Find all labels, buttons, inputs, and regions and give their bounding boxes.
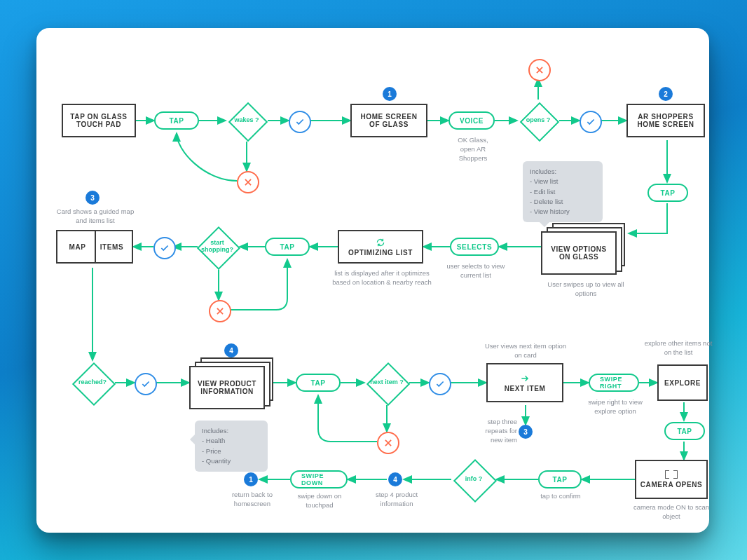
node-map-items: MAP ITEMS xyxy=(56,230,133,264)
diagram-card: TAP ON GLASS TOUCH PAD TAP wakes ? 1 HOM… xyxy=(36,28,709,533)
refresh-icon xyxy=(376,238,385,249)
decision-next: next item ? xyxy=(364,360,409,405)
caption-selects: user selects to view current list xyxy=(446,262,506,280)
badge-1-bottom: 1 xyxy=(244,472,258,486)
badge-4-top: 4 xyxy=(224,343,238,357)
action-tap-2: TAP xyxy=(265,238,310,256)
check-icon xyxy=(160,243,170,253)
action-tap-3: TAP xyxy=(296,374,341,392)
caption-optimizing: list is displayed after it optimizes bas… xyxy=(331,269,433,287)
caption-map: Card shows a guided map and items list xyxy=(53,207,137,226)
action-voice: VOICE xyxy=(448,111,495,130)
check-icon xyxy=(141,379,151,389)
decision-info: info ? xyxy=(451,457,496,502)
caption-tap-confirm: tap to confirm xyxy=(533,492,589,501)
action-swipe-down: SWIPE DOWN xyxy=(290,470,348,489)
x-icon xyxy=(243,177,253,187)
caption-swipe-right: swipe right to view explore option xyxy=(583,398,647,416)
badge-3-repeat: 3 xyxy=(519,425,533,439)
check-icon xyxy=(435,379,445,389)
x-icon xyxy=(383,438,393,448)
result-no-start xyxy=(209,300,231,322)
viewfinder-icon xyxy=(665,470,678,479)
tooltip-includes-options: Includes: - View list - Edit list - Dele… xyxy=(523,161,603,222)
action-tap-camera: TAP xyxy=(538,470,582,489)
badge-2: 2 xyxy=(659,87,673,101)
result-yes-start xyxy=(153,237,176,259)
node-explore: EXPLORE xyxy=(657,364,708,401)
tooltip-includes-product: Includes: - Health - Price - Quantity xyxy=(195,421,268,472)
node-optimizing: OPTIMIZING LIST xyxy=(338,230,423,264)
x-icon xyxy=(535,65,544,75)
action-swipe-right: SWIPE RIGHT xyxy=(589,374,639,392)
decision-start: start shopping? xyxy=(195,224,240,269)
caption-return: return back to homescreen xyxy=(224,491,280,509)
badge-4-bottom: 4 xyxy=(388,472,402,486)
decision-reached: reached? xyxy=(70,360,115,405)
caption-explore-top: explore other items not on the list xyxy=(643,339,713,357)
check-icon xyxy=(586,117,596,127)
caption-next-top: User views next item option on card xyxy=(482,342,569,360)
result-yes-wakes xyxy=(289,111,311,133)
caption-step4: step 4 product information xyxy=(369,491,425,509)
decision-wakes: wakes ? xyxy=(227,101,266,140)
result-no-opens xyxy=(528,59,551,81)
action-tap-1: TAP xyxy=(154,111,199,130)
node-view-product: VIEW PRODUCT INFORMATION xyxy=(189,357,276,411)
x-icon xyxy=(215,306,225,316)
caption-step3: step three repeats for new item xyxy=(481,418,517,444)
action-tap-explore: TAP xyxy=(664,422,705,440)
check-icon xyxy=(295,117,305,127)
result-yes-reached xyxy=(135,373,157,395)
action-selects: SELECTS xyxy=(450,238,499,256)
caption-camera: camera mode ON to scan object xyxy=(631,503,712,521)
result-yes-opens xyxy=(580,111,602,133)
result-no-wakes xyxy=(237,171,259,193)
node-tap-touchpad: TAP ON GLASS TOUCH PAD xyxy=(62,104,136,137)
flow-stage: TAP ON GLASS TOUCH PAD TAP wakes ? 1 HOM… xyxy=(36,28,709,533)
node-view-options: VIEW OPTIONS ON GLASS xyxy=(541,223,628,273)
label-map: MAP xyxy=(60,243,95,251)
caption-swipe-down: swipe down on touchpad xyxy=(289,492,350,510)
node-camera: CAMERA OPENS xyxy=(635,460,708,499)
label-items: ITEMS xyxy=(95,243,129,251)
result-no-next xyxy=(377,432,399,454)
node-next-item: NEXT ITEM xyxy=(486,363,563,402)
node-ar-home: AR SHOPPERS HOME SCREEN xyxy=(626,104,705,137)
action-tap-ar: TAP xyxy=(647,184,688,202)
badge-1-top: 1 xyxy=(383,87,397,101)
badge-3: 3 xyxy=(85,191,100,205)
result-yes-next xyxy=(429,373,451,395)
caption-swipe-up: User swipes up to view all options xyxy=(544,280,628,299)
decision-opens: opens ? xyxy=(519,101,558,140)
node-home-glass: HOME SCREEN OF GLASS xyxy=(350,104,427,137)
arrow-right-icon xyxy=(520,374,530,385)
caption-voice: OK Glass, open AR Shoppers xyxy=(448,136,498,163)
